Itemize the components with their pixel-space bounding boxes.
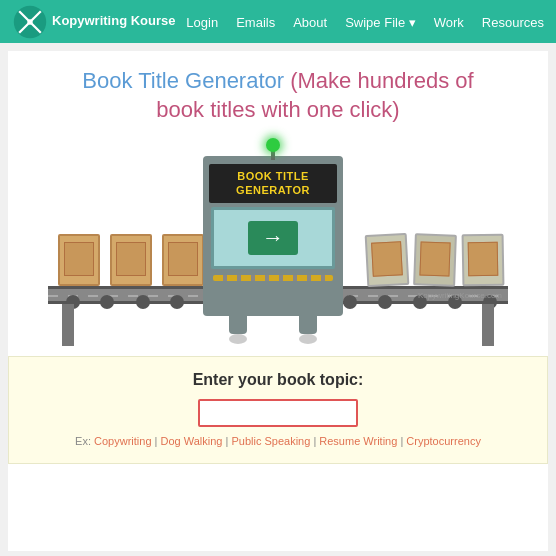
machine-stripe [213, 275, 333, 281]
resources-link[interactable]: Resources [482, 15, 544, 30]
title-normal: (Make hundreds of [284, 68, 474, 93]
title-line2: book titles with one click) [156, 97, 399, 122]
machine-box: BOOK TITLE GENERATOR [203, 156, 343, 316]
wheel-2 [100, 295, 114, 309]
wheel-6 [378, 295, 392, 309]
book-out-2 [413, 233, 457, 286]
login-link[interactable]: Login [186, 15, 218, 30]
leg-right [299, 306, 317, 344]
input-label: Enter your book topic: [29, 371, 527, 389]
main-content: Book Title Generator (Make hundreds of b… [8, 51, 548, 551]
work-link[interactable]: Work [434, 15, 464, 30]
machine-illustration: BOOK TITLE GENERATOR Kopy [48, 136, 508, 346]
book-3 [162, 234, 204, 286]
svg-point-3 [27, 19, 32, 24]
input-row [29, 399, 527, 427]
emails-link[interactable]: Emails [236, 15, 275, 30]
arrow-icon [248, 221, 298, 255]
wheel-5 [343, 295, 357, 309]
logo-icon [12, 4, 48, 40]
book-2 [110, 234, 152, 286]
wheel-3 [136, 295, 150, 309]
examples-prefix: Ex: [75, 435, 91, 447]
top-light [266, 138, 280, 152]
example-public-speaking[interactable]: Public Speaking [231, 435, 310, 447]
about-link[interactable]: About [293, 15, 327, 30]
page-title: Book Title Generator (Make hundreds of b… [28, 67, 528, 124]
example-cryptocurrency[interactable]: Cryptocurrency [406, 435, 481, 447]
watermark: KopywritingKourse.com [418, 291, 502, 300]
title-blue: Book Title Generator [82, 68, 284, 93]
example-dog-walking[interactable]: Dog Walking [161, 435, 223, 447]
wheel-4 [170, 295, 184, 309]
site-logo[interactable]: Kopywriting Kourse [12, 4, 176, 40]
book-out-1 [365, 233, 410, 287]
input-section: Enter your book topic: Ex: Copywriting |… [8, 356, 548, 464]
support-left [62, 304, 74, 346]
leg-left [229, 306, 247, 344]
logo-text: Kopywriting Kourse [52, 14, 176, 28]
book-1 [58, 234, 100, 286]
topic-input[interactable] [198, 399, 358, 427]
book-out-3 [462, 234, 505, 287]
navbar: Kopywriting Kourse Login Emails About Sw… [0, 0, 556, 43]
swipe-file-link[interactable]: Swipe File ▾ [345, 15, 416, 30]
machine-sign: BOOK TITLE GENERATOR [209, 164, 337, 203]
example-resume-writing[interactable]: Resume Writing [319, 435, 397, 447]
example-copywriting[interactable]: Copywriting [94, 435, 151, 447]
nav-links: Login Emails About Swipe File ▾ Work Res… [186, 13, 544, 31]
support-right [482, 304, 494, 346]
machine-legs [203, 306, 343, 344]
examples-text: Ex: Copywriting | Dog Walking | Public S… [29, 435, 527, 447]
machine-window [211, 207, 335, 269]
